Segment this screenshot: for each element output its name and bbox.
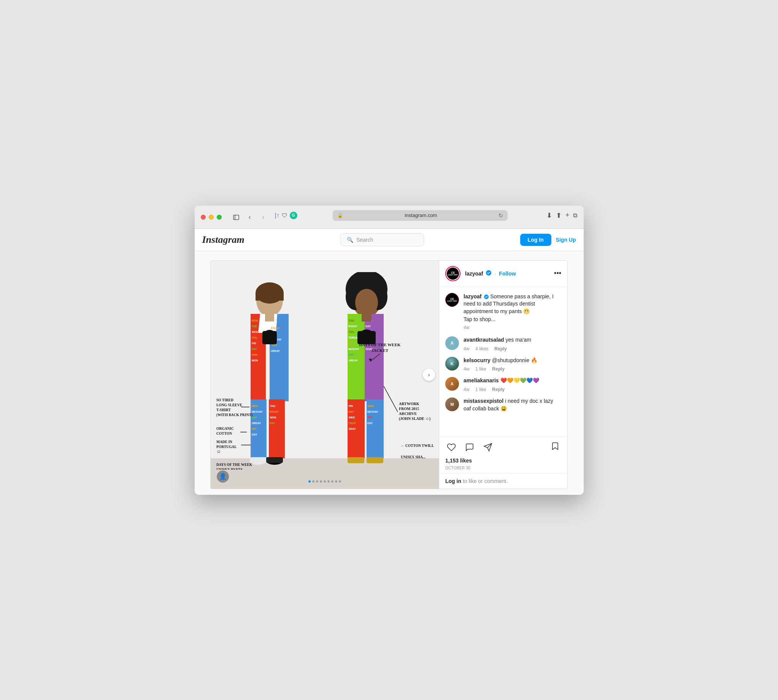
- comment-avatar-2[interactable]: K: [445, 357, 459, 370]
- svg-text:WED: WED: [252, 331, 258, 333]
- svg-text:☺: ☺: [216, 449, 221, 454]
- comment-username-1[interactable]: avantkrautsalad: [464, 337, 504, 343]
- svg-text:PORTUGAL: PORTUGAL: [216, 445, 237, 449]
- search-bar[interactable]: 🔍 Search: [341, 233, 424, 246]
- login-link[interactable]: Log in: [445, 478, 461, 484]
- browser-controls: ‹ › |↑ 🛡 G 🔒 instagram.com ↻: [201, 210, 578, 225]
- tab-overview-icon[interactable]: ⧉: [573, 212, 577, 219]
- svg-text:TUE: TUE: [252, 365, 257, 367]
- caption-avatar[interactable]: CE LAZY OAF: [445, 293, 459, 307]
- svg-text:MON: MON: [252, 359, 258, 362]
- download-icon[interactable]: ⬇: [546, 211, 552, 220]
- sidebar-toggle-button[interactable]: [231, 212, 242, 223]
- instagram-page: Instagram 🔍 Search Log In Sign Up: [195, 229, 584, 495]
- svg-text:ARTWORK: ARTWORK: [399, 402, 419, 406]
- close-button[interactable]: [201, 215, 206, 220]
- share-icon[interactable]: ⬆: [556, 211, 562, 220]
- svg-rect-41: [266, 457, 283, 463]
- dot-7: [331, 480, 334, 483]
- comment-content-2: kelsocurry @shutupdonnie 🔥 4w 1 like Rep…: [464, 357, 561, 372]
- post-illustration: MON TUE WED THU FRI SAT SUN MON TUE THU …: [211, 261, 439, 489]
- svg-rect-4: [255, 293, 284, 301]
- comment-username-3[interactable]: ameliakanaris: [464, 377, 499, 383]
- comment-button[interactable]: [464, 441, 476, 453]
- back-button[interactable]: ‹: [244, 212, 255, 223]
- post-avatar[interactable]: CE LAZY OAF: [445, 266, 461, 281]
- svg-text:FRI: FRI: [252, 428, 256, 430]
- post-likes: 1,153 likes: [439, 458, 567, 465]
- comment-content-1: avantkrautsalad yes ma'am 4w 4 likes Rep…: [464, 336, 561, 352]
- caption-content: lazyoaf Someone pass a sharpie, I need t…: [464, 293, 561, 331]
- maximize-button[interactable]: [217, 215, 222, 220]
- dot-8: [335, 480, 337, 483]
- comment-text-1: avantkrautsalad yes ma'am: [464, 337, 531, 343]
- instagram-logo[interactable]: Instagram: [202, 234, 244, 245]
- dot-4: [320, 480, 322, 483]
- save-button[interactable]: [549, 440, 561, 455]
- svg-text:SDAY: SDAY: [349, 428, 356, 430]
- caption-time: 4w: [464, 325, 469, 330]
- comment-meta-1: 4w 4 likes Reply: [464, 346, 561, 352]
- comment-icon: [465, 443, 474, 452]
- svg-text:RSDAY: RSDAY: [271, 327, 280, 330]
- caption-username[interactable]: lazyoaf: [464, 293, 481, 300]
- comment-username-2[interactable]: kelsocurry: [464, 357, 491, 363]
- dot-6: [327, 480, 330, 483]
- svg-text:THUR: THUR: [348, 422, 356, 425]
- bookmark-icon: [551, 442, 560, 451]
- svg-text:MADE IN: MADE IN: [216, 440, 232, 444]
- new-tab-icon[interactable]: +: [566, 211, 569, 219]
- svg-text:DAY: DAY: [252, 433, 257, 436]
- share-icon: [483, 443, 493, 452]
- forward-button[interactable]: ›: [258, 212, 269, 223]
- address-bar[interactable]: 🔒 instagram.com ↻: [333, 210, 508, 221]
- search-placeholder: Search: [356, 237, 373, 243]
- image-dots: [308, 480, 341, 483]
- comment-avatar-4[interactable]: M: [445, 398, 459, 411]
- share-post-button[interactable]: [482, 441, 494, 453]
- svg-rect-0: [234, 215, 239, 220]
- comment-avatar-1[interactable]: A: [445, 336, 459, 350]
- post-username[interactable]: lazyoaf: [465, 270, 483, 277]
- bookmark-icon: |↑: [275, 212, 279, 219]
- svg-text:URDAY: URDAY: [271, 350, 280, 352]
- caption-block: CE LAZY OAF lazyoaf Someone pass a sharp…: [445, 293, 561, 331]
- reply-button-3[interactable]: Reply: [492, 387, 504, 392]
- post-date: OCTOBER 30: [439, 465, 567, 473]
- like-button[interactable]: [445, 441, 457, 453]
- svg-text:SO TIRED: SO TIRED: [216, 398, 234, 402]
- verified-caption: [484, 293, 490, 300]
- svg-point-44: [264, 330, 275, 337]
- next-image-button[interactable]: ›: [423, 368, 435, 381]
- svg-text:SAT: SAT: [252, 348, 257, 350]
- reply-button-1[interactable]: Reply: [494, 346, 507, 352]
- follow-button[interactable]: Follow: [499, 270, 516, 277]
- svg-text:THU: THU: [252, 336, 257, 339]
- minimize-button[interactable]: [209, 215, 214, 220]
- signup-button[interactable]: Sign Up: [556, 237, 576, 243]
- comment-meta-2: 4w 1 like Reply: [464, 366, 561, 372]
- svg-rect-79: [367, 457, 383, 463]
- avatar-inner: CE LAZY OAF: [447, 268, 459, 280]
- browser-nav: ‹ ›: [231, 212, 269, 223]
- comment-likes-1: 4 likes: [475, 346, 488, 352]
- reload-icon[interactable]: ↻: [499, 212, 503, 218]
- svg-text:FROM 2015: FROM 2015: [399, 407, 419, 411]
- post-actions: [439, 437, 567, 458]
- verified-badge: [486, 270, 491, 277]
- comment-avatar-3[interactable]: A: [445, 377, 459, 391]
- lock-icon: 🔒: [337, 213, 343, 218]
- svg-rect-40: [250, 457, 267, 463]
- reply-button-2[interactable]: Reply: [492, 366, 504, 372]
- caption-meta: 4w: [464, 325, 561, 330]
- comment-time-1: 4w: [464, 346, 469, 352]
- comment-time-3: 4w: [464, 387, 469, 392]
- svg-text:THU: THU: [349, 319, 354, 322]
- comments-section[interactable]: CE LAZY OAF lazyoaf Someone pass a sharp…: [439, 287, 567, 437]
- more-options-button[interactable]: •••: [554, 270, 561, 277]
- comment-content-4: mistassexpistol i need my doc x lazy oaf…: [464, 398, 561, 412]
- post-container: MON TUE WED THU FRI SAT SUN MON TUE THU …: [210, 260, 568, 489]
- post-header-info: lazyoaf · Follow: [465, 270, 549, 277]
- login-button[interactable]: Log In: [520, 234, 551, 246]
- comment-username-4[interactable]: mistassexpistol: [464, 398, 503, 404]
